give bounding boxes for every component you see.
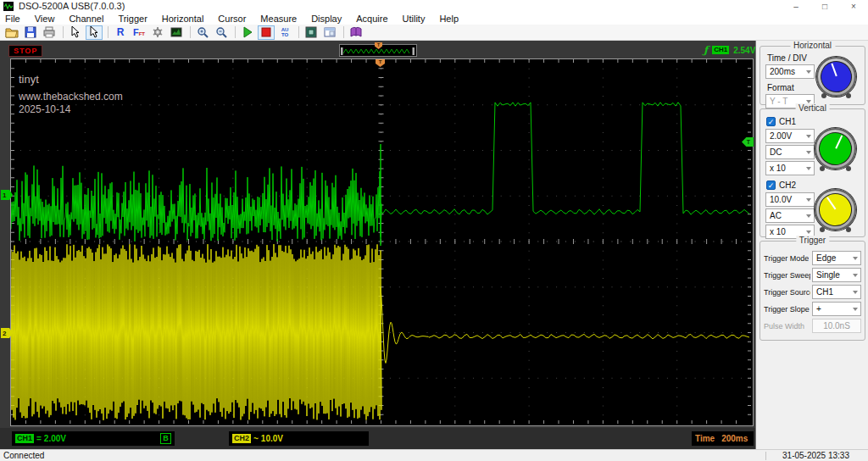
reset-button[interactable]: R <box>112 25 129 40</box>
ch1-label: CH1 <box>779 117 796 126</box>
trigger-source-row: Trigger Source CH1 <box>764 285 861 299</box>
pulse-width-input: 10.0nS <box>812 319 861 333</box>
ch1-checkbox[interactable]: ✓ <box>766 117 776 126</box>
window-layout-button[interactable] <box>321 25 338 40</box>
screen-icon <box>304 25 318 39</box>
menu-item-view[interactable]: View <box>35 13 55 25</box>
chevron-down-icon <box>806 214 811 218</box>
close-button[interactable]: × <box>839 0 868 13</box>
ch2-badge: CH2 <box>232 434 251 443</box>
trigger-sweep-row: Trigger Sweep Single <box>764 268 861 282</box>
print-button[interactable] <box>41 25 58 40</box>
status-bar: Connected 31-05-2025 13:33 <box>0 449 868 461</box>
window-icon <box>323 25 337 39</box>
ch1-coupling-select[interactable]: DC <box>765 145 815 159</box>
trigger-mode-select[interactable]: Edge <box>812 251 861 265</box>
horizontal-group: Horizontal Time / DIV 200ms Format Y - T <box>760 46 865 105</box>
stop-button[interactable] <box>258 25 275 40</box>
trigger-level-value: 2.54V <box>733 46 755 55</box>
maximize-button[interactable]: □ <box>810 0 839 13</box>
ch2-label: CH2 <box>779 181 796 190</box>
chevron-down-icon <box>853 274 858 277</box>
pulse-width-label: Pulse Width <box>764 322 804 330</box>
menu-item-acquire[interactable]: Acquire <box>356 13 387 25</box>
ch1-volts-select[interactable]: 2.00V <box>765 129 815 143</box>
menu-item-trigger[interactable]: Trigger <box>118 13 147 25</box>
pulse-width-row: Pulse Width 10.0nS <box>764 319 861 333</box>
time-div-select[interactable]: 200ms <box>765 64 815 79</box>
help-button[interactable] <box>348 25 364 40</box>
time-div-label: Time / DIV <box>767 53 865 63</box>
ch1-bandwidth-badge: B <box>160 433 171 444</box>
timebase-readout: Time 200ms <box>692 431 754 446</box>
chevron-down-icon <box>806 230 811 234</box>
chevron-down-icon <box>806 167 811 170</box>
vertical-group-title: Vertical <box>795 103 830 113</box>
run-button[interactable] <box>239 25 256 40</box>
toolbar: R FFT AUTO <box>0 25 868 41</box>
auto-button[interactable]: AUTO <box>276 25 293 40</box>
zoom-in-button[interactable] <box>194 25 211 40</box>
window-title: DSO-5200A USB(7.0.0.3) <box>19 0 125 13</box>
minimize-button[interactable]: – <box>782 0 810 13</box>
ch1-readout: CH1 = 2.00V B <box>12 431 175 446</box>
chevron-down-icon <box>806 198 811 202</box>
fft-button[interactable]: FFT <box>131 25 147 40</box>
time-value: 200ms <box>721 434 748 443</box>
menu-item-measure[interactable]: Measure <box>260 13 297 25</box>
save-button[interactable] <box>22 25 39 40</box>
menu-item-file[interactable]: File <box>5 13 20 25</box>
select-button[interactable] <box>86 25 103 40</box>
menu-item-channel[interactable]: Channel <box>69 13 103 25</box>
statusbar-separator <box>765 452 766 460</box>
trigger-source-select[interactable]: CH1 <box>812 285 861 299</box>
trigger-sweep-select[interactable]: Single <box>812 268 861 282</box>
waveform-plot[interactable] <box>10 58 754 426</box>
waveform-display <box>11 59 751 424</box>
toolbar-separator <box>108 26 108 38</box>
display-settings-button[interactable] <box>303 25 320 40</box>
ch2-volts-select[interactable]: 10.0V <box>765 192 815 207</box>
ch2-checkbox[interactable]: ✓ <box>766 181 776 190</box>
chevron-down-icon <box>806 151 811 154</box>
menu-item-horizontal[interactable]: Horizontal <box>162 13 204 25</box>
ch2-vertical-knob[interactable] <box>815 189 856 230</box>
horizontal-knob[interactable] <box>816 57 856 97</box>
settings-button[interactable] <box>149 25 166 40</box>
trigger-slope-row: Trigger Slope + <box>764 302 861 316</box>
knob-pointer <box>826 197 836 210</box>
trigger-slope-label: Trigger Slope <box>764 305 810 314</box>
r-icon: R <box>117 26 125 38</box>
control-panel: Horizontal Time / DIV 200ms Format Y - T… <box>755 41 868 449</box>
ch1-vertical-knob[interactable] <box>815 128 856 169</box>
menu-item-cursor[interactable]: Cursor <box>218 13 246 25</box>
gear-icon <box>151 25 164 39</box>
ch1-enable-row: ✓ CH1 <box>766 117 865 126</box>
floppy-icon <box>24 25 37 39</box>
open-button[interactable] <box>3 25 20 40</box>
ch2-readout: CH2 ~ 10.0V <box>229 431 369 446</box>
magnifier-plus-icon <box>196 25 209 39</box>
trigger-group: Trigger Trigger Mode Edge Trigger Sweep … <box>760 241 865 341</box>
ch1-probe-select[interactable]: x 10 <box>765 161 815 175</box>
ch1-volts-div: 2.00V <box>44 434 66 443</box>
ch2-coupling-select[interactable]: AC <box>765 208 815 223</box>
chevron-down-icon <box>853 257 858 260</box>
snapshot-button[interactable] <box>168 25 185 40</box>
cursor-button[interactable] <box>67 25 84 40</box>
menu-item-display[interactable]: Display <box>311 13 342 25</box>
menu-item-utility[interactable]: Utility <box>403 13 426 25</box>
trigger-group-title: Trigger <box>796 236 829 245</box>
cursor-arrow-icon <box>69 25 82 39</box>
title-bar: DSO-5200A USB(7.0.0.3) – □ × <box>0 0 868 13</box>
zoom-out-button[interactable] <box>213 25 230 40</box>
play-icon <box>241 25 254 39</box>
menu-item-help[interactable]: Help <box>439 13 459 25</box>
run-state-badge: STOP <box>8 45 42 57</box>
trigger-sweep-label: Trigger Sweep <box>764 271 810 280</box>
toolbar-separator <box>190 26 191 38</box>
chevron-down-icon <box>806 135 811 138</box>
trigger-slope-select[interactable]: + <box>812 302 861 316</box>
datetime-status: 31-05-2025 13:33 <box>782 451 849 460</box>
trigger-edge-icon: ƒ <box>704 45 708 55</box>
